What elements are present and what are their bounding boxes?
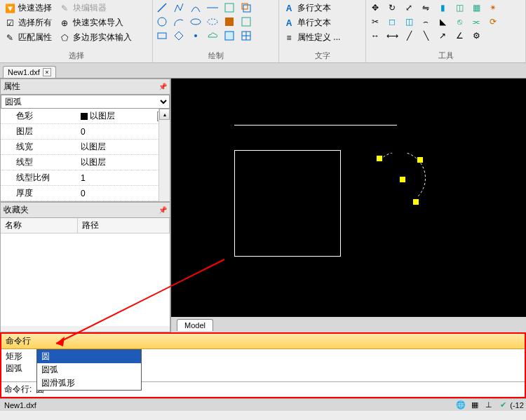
arc-handle[interactable] [400, 177, 405, 182]
quick-import-label: 快速实体导入 [73, 17, 123, 29]
status-icon-grid[interactable]: ▦ [470, 400, 480, 410]
arc-handle[interactable] [377, 156, 382, 161]
tool-leader-icon[interactable]: ↗ [436, 29, 449, 42]
tool-break-icon[interactable]: ⎋ [453, 15, 466, 28]
tool-scale-icon[interactable]: ⤢ [403, 1, 415, 14]
properties-title: 属性 [4, 81, 20, 93]
tool-mirror-icon[interactable]: ⇋ [419, 1, 432, 14]
tool-refresh-icon[interactable]: ⟳ [487, 15, 499, 28]
attdef-icon: ≡ [283, 32, 295, 43]
tool-stretch-icon[interactable]: ▮ [436, 1, 449, 14]
rect-icon[interactable] [156, 29, 168, 42]
svg-rect-3 [243, 5, 250, 12]
tool-chamfer-icon[interactable]: ◣ [436, 15, 449, 28]
tool-rotate-icon[interactable]: ↻ [386, 1, 398, 14]
move-icon[interactable] [223, 1, 236, 14]
polyline-icon[interactable] [173, 1, 185, 14]
spline-icon[interactable] [189, 1, 202, 14]
properties-scrollbar[interactable]: ▴ [159, 109, 170, 201]
svg-rect-2 [225, 4, 234, 12]
entity-type-select[interactable]: 圆弧 [1, 95, 170, 109]
table-icon[interactable] [240, 29, 252, 42]
tool-dim1-icon[interactable]: ↔ [369, 29, 382, 42]
tool-array1-icon[interactable]: ◫ [453, 1, 466, 14]
mtext-button[interactable]: A多行文本 [282, 1, 363, 15]
arc-icon[interactable] [173, 15, 185, 28]
fav-col-name[interactable]: 名称 [1, 218, 78, 233]
ellipse-icon[interactable] [189, 15, 202, 28]
arc-handle[interactable] [413, 199, 419, 205]
xline-icon[interactable] [206, 1, 219, 14]
drawing-canvas[interactable]: Model [171, 79, 526, 332]
model-tab[interactable]: Model [177, 319, 213, 331]
stext-label: 单行文本 [297, 17, 331, 29]
snap-icon[interactable] [223, 29, 236, 42]
fav-col-path[interactable]: 路径 [78, 218, 170, 233]
copy-icon[interactable] [240, 1, 252, 14]
tool-fillet-icon[interactable]: ⌢ [419, 15, 432, 28]
ellipse-arc-icon[interactable] [206, 15, 219, 28]
select-all-icon: ☑ [4, 18, 15, 29]
file-tab[interactable]: New1.dxf × [3, 66, 56, 78]
circle-icon[interactable] [156, 15, 168, 28]
block-icon[interactable] [240, 15, 252, 28]
poly-input-label: 多边形实体输入 [73, 32, 132, 43]
prop-lts-key: 线型比例 [1, 170, 78, 185]
svg-rect-10 [158, 33, 166, 39]
autocomplete-item[interactable]: 圆滑弧形 [37, 377, 141, 390]
block-editor-button[interactable]: ✎块编辑器 [58, 1, 108, 15]
hatch-icon[interactable] [223, 15, 236, 28]
prop-color-val: 以图层 [90, 110, 115, 122]
tool-dim3-icon[interactable]: ╲ [419, 29, 432, 42]
match-props-button[interactable]: ✎匹配属性 [3, 31, 53, 44]
status-icon-globe[interactable]: 🌐 [456, 400, 466, 410]
close-icon[interactable]: × [43, 68, 51, 76]
prop-row-thickness[interactable]: 厚度0 [1, 186, 170, 201]
tool-angle-icon[interactable]: ∠ [453, 29, 466, 42]
status-icon-perp[interactable]: ⊥ [484, 400, 494, 410]
tool-offset-icon[interactable]: ◫ [403, 15, 415, 28]
tool-move-icon[interactable]: ✥ [369, 1, 382, 14]
ribbon-group-text: A多行文本 A单行文本 ≡属性定义 ... 文字 [279, 0, 366, 62]
svg-point-7 [208, 19, 217, 25]
prop-row-color[interactable]: 色彩 以图层▾ [1, 109, 170, 124]
poly-input-button[interactable]: ⬠多边形实体输入 [58, 31, 133, 44]
status-icon-check[interactable]: ✔ [498, 400, 508, 410]
prop-row-linetype[interactable]: 线型以图层 [1, 155, 170, 170]
tool-trim-icon[interactable]: ✂ [369, 15, 382, 28]
prop-row-lineweight[interactable]: 线宽以图层 [1, 140, 170, 155]
cloud-icon[interactable] [206, 29, 219, 42]
prop-row-layer[interactable]: 图层0 [1, 124, 170, 140]
pin-icon[interactable]: 📌 [159, 83, 167, 90]
properties-grid: 色彩 以图层▾ 图层0 线宽以图层 线型以图层 线型比例1 厚度0 ▴ [1, 109, 170, 201]
color-swatch-icon [81, 113, 88, 120]
tool-settings-icon[interactable]: ⚙ [470, 29, 483, 42]
line-icon[interactable] [156, 1, 168, 14]
tool-extend-icon[interactable]: ╱ [403, 29, 415, 42]
tool-array2-icon[interactable]: ▦ [470, 1, 483, 14]
tool-explode-icon[interactable]: ✴ [487, 1, 499, 14]
autocomplete-item[interactable]: 圆 [37, 350, 141, 363]
draw-group-label: 绘制 [156, 49, 276, 62]
ribbon-toolbar: 🔽快速选择 ✎块编辑器 ☑选择所有 ⊕快速实体导入 ✎匹配属性 ⬠多边形实体输入… [0, 0, 526, 63]
select-all-button[interactable]: ☑选择所有 [3, 16, 53, 29]
tool-join-icon[interactable]: ⫘ [470, 15, 483, 28]
tool-window-icon[interactable]: ◻ [386, 15, 398, 28]
quick-import-button[interactable]: ⊕快速实体导入 [58, 16, 125, 29]
select-all-label: 选择所有 [18, 17, 52, 29]
quick-select-button[interactable]: 🔽快速选择 [3, 1, 53, 15]
tool-dim2-icon[interactable]: ⟷ [386, 29, 398, 42]
attdef-button[interactable]: ≡属性定义 ... [282, 31, 363, 44]
polygon-icon[interactable] [173, 29, 185, 42]
stext-button[interactable]: A单行文本 [282, 16, 363, 29]
autocomplete-item[interactable]: 圆弧 [37, 363, 141, 377]
arc-handle[interactable] [417, 157, 423, 163]
svg-rect-4 [242, 4, 248, 9]
pin-icon[interactable]: 📌 [159, 206, 167, 214]
scroll-up-icon[interactable]: ▴ [159, 109, 170, 120]
point-icon[interactable] [189, 29, 202, 42]
block-edit-icon: ✎ [59, 3, 70, 14]
prop-row-ltscale[interactable]: 线型比例1 [1, 170, 170, 186]
match-props-label: 匹配属性 [18, 32, 52, 43]
drawn-line [234, 125, 397, 126]
